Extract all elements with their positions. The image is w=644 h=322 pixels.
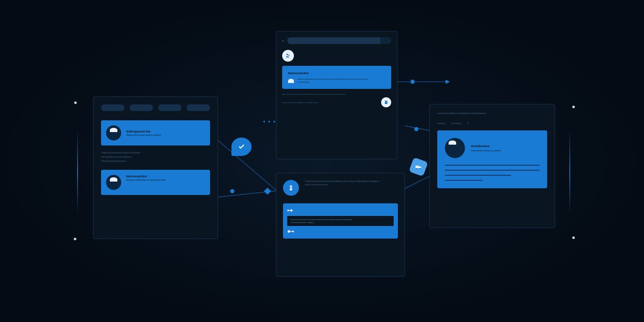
code-line: Autonomous reasoning and multi-agent coo…: [291, 218, 390, 221]
svg-point-19: [420, 168, 421, 169]
content-line: [445, 165, 540, 166]
panel-left: Anthropocene Era Multiple interconnected…: [93, 96, 218, 239]
avatar-icon: [106, 175, 121, 190]
tab-row: [101, 104, 210, 111]
svg-rect-7: [387, 101, 387, 101]
connector-node: [414, 127, 418, 131]
menu-row: Overview Connections R: [437, 122, 547, 125]
anchor-dot: [572, 236, 575, 239]
info-box: Interconnection Explore the relationship…: [282, 66, 391, 89]
avatar-icon: [445, 138, 465, 158]
avatar-mini-icon: [288, 79, 294, 83]
panel-center-bottom: Contextual relevance frameworks and effi…: [276, 173, 405, 277]
card-subtitle: Multiple interconnected systems in balan…: [126, 134, 161, 136]
menu-item[interactable]: Overview: [437, 122, 445, 125]
connector-node: [410, 80, 415, 84]
panel-center-top: ▾ Interconnection Explore the relationsh…: [276, 31, 397, 159]
connector-node: [230, 189, 234, 193]
svg-point-12: [290, 186, 291, 187]
tab[interactable]: [101, 104, 125, 111]
content-line: [445, 180, 483, 181]
glow-rail-left: [77, 130, 78, 214]
chevron-down-icon[interactable]: ▾: [282, 39, 284, 43]
detail-card: Architecture Interconnected autonomous s…: [437, 130, 547, 188]
svg-rect-17: [415, 166, 419, 168]
search-input[interactable]: [287, 37, 391, 44]
description-line: Global warming trend baseline: [101, 160, 210, 162]
svg-rect-6: [385, 101, 386, 101]
svg-point-18: [416, 168, 418, 169]
tab[interactable]: [158, 104, 182, 111]
profile-card-2[interactable]: Interconnection Ecosystem relationships …: [101, 170, 210, 195]
svg-line-4: [405, 176, 430, 189]
content-line: [445, 175, 511, 176]
menu-item[interactable]: R: [467, 122, 468, 125]
box-text: and understanding: [297, 81, 385, 83]
anchor-dot: [74, 101, 77, 104]
card-title: Architecture: [471, 144, 501, 148]
svg-point-16: [292, 231, 294, 232]
anchor-dot: [74, 238, 76, 240]
svg-point-10: [290, 185, 292, 188]
code-line: for distributed collaborative intelligen…: [291, 221, 390, 223]
svg-point-14: [287, 210, 289, 211]
svg-rect-11: [290, 188, 292, 190]
svg-point-15: [288, 230, 290, 233]
svg-point-13: [291, 186, 292, 187]
robot-icon: [283, 180, 299, 196]
action-block: Autonomous reasoning and multi-agent coo…: [283, 203, 398, 239]
description: across autonomous systems: [305, 183, 398, 186]
progress-dots: [263, 121, 275, 122]
svg-rect-8: [385, 102, 386, 102]
connector-diamond: [264, 188, 271, 195]
profile-card-1[interactable]: Anthropocene Era Multiple interconnected…: [101, 120, 210, 145]
footer-text: Agent interconnection protocol enables d…: [282, 93, 391, 96]
people-icon: [282, 50, 294, 62]
search-button[interactable]: [380, 37, 391, 44]
description: Contextual relevance frameworks and effi…: [305, 180, 398, 183]
card-subtitle: Ecosystem relationships and dependency c…: [126, 179, 166, 181]
tab[interactable]: [187, 104, 210, 111]
anchor-dot: [572, 106, 575, 108]
description-line: Life expectancy and future projections: [101, 156, 210, 158]
card-title: Anthropocene Era: [126, 130, 161, 133]
menu-item[interactable]: Connections: [451, 122, 461, 125]
building-icon: [381, 97, 391, 107]
code-block: Autonomous reasoning and multi-agent coo…: [287, 216, 394, 226]
box-text: Explore the relationships between differ…: [297, 78, 385, 80]
arrow-icon: [287, 208, 295, 213]
connector-arrow: [446, 80, 450, 84]
svg-rect-5: [385, 101, 387, 104]
card-title: Interconnection: [126, 175, 166, 178]
checkmark-badge: [231, 138, 252, 156]
footer-text: enhancing the collective intelligence an…: [282, 101, 318, 104]
svg-rect-9: [387, 102, 387, 102]
box-title: Interconnection: [288, 72, 385, 75]
connect-icon: [287, 229, 296, 234]
glow-rail-right: [569, 130, 570, 214]
header-text: Autonomous intelligence coordination and…: [437, 112, 547, 114]
content-line: [445, 170, 540, 171]
description-line: Analyze the interconnected nature of bio…: [101, 151, 210, 154]
tab[interactable]: [130, 104, 153, 111]
card-subtitle: Interconnected autonomous systems: [471, 149, 501, 152]
panel-right: Autonomous intelligence coordination and…: [429, 104, 555, 228]
avatar-icon: [106, 125, 121, 140]
delivery-badge-icon: [409, 157, 428, 177]
